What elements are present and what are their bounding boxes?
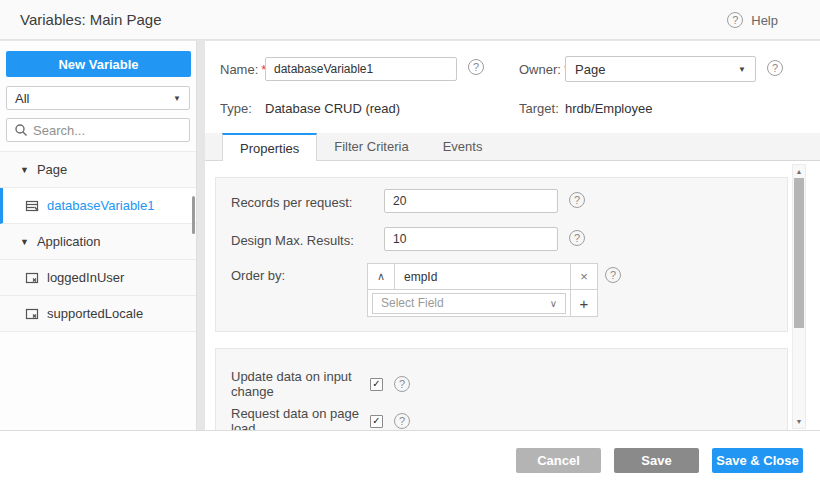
name-input[interactable]: [265, 57, 457, 81]
variables-dialog: Variables: Main Page ? Help New Variable…: [0, 0, 820, 490]
static-variable-icon: [25, 307, 39, 321]
variable-filter-select[interactable]: All ▼: [6, 86, 190, 110]
chevron-down-icon: ▼: [738, 65, 746, 74]
target-label: Target:: [519, 101, 559, 116]
remove-order-field-button[interactable]: ×: [570, 263, 598, 290]
type-value: Database CRUD (read): [265, 101, 400, 116]
type-label: Type:: [220, 101, 252, 116]
variables-sidebar: New Variable All ▼ ▼ Page: [0, 41, 197, 430]
chevron-up-icon: ∧: [377, 270, 385, 283]
tree-item-supportedLocale[interactable]: supportedLocale: [0, 296, 196, 332]
behavior-settings-group: Update data on input change ✓ ? Request …: [215, 348, 788, 430]
save-button[interactable]: Save: [614, 448, 699, 473]
tab-properties[interactable]: Properties: [222, 133, 317, 161]
owner-help-icon[interactable]: ?: [767, 60, 783, 76]
owner-label: Owner:*: [519, 62, 569, 77]
variable-detail-panel: Name:* ? Owner:* Page ▼ ? Type: Database…: [205, 41, 820, 430]
cancel-button[interactable]: Cancel: [516, 448, 601, 473]
tree-item-loggedInUser[interactable]: loggedInUser: [0, 260, 196, 296]
page-title: Variables: Main Page: [20, 0, 161, 40]
design-max-results-label: Design Max. Results:: [231, 233, 354, 248]
scrollbar-thumb[interactable]: [794, 178, 804, 328]
dialog-footer: Cancel Save Save & Close: [0, 430, 820, 490]
tree-group-page[interactable]: ▼ Page: [0, 152, 196, 188]
tree-item-databaseVariable1[interactable]: databaseVariable1: [0, 188, 196, 224]
detail-tabs: Properties Filter Criteria Events: [205, 133, 820, 161]
select-field-placeholder: Select Field: [381, 296, 444, 310]
records-per-request-label: Records per request:: [231, 195, 352, 210]
variables-tree: ▼ Page databaseVariable1 ▼ Application: [0, 151, 196, 332]
sort-ascending-toggle[interactable]: ∧: [367, 263, 395, 290]
content-scrollbar: ▲ ▼: [792, 164, 806, 429]
order-by-field-value[interactable]: empId: [394, 263, 571, 290]
tree-item-label: databaseVariable1: [47, 198, 154, 213]
help-button[interactable]: ? Help: [727, 0, 778, 40]
select-field-dropdown[interactable]: Select Field ∨: [367, 289, 571, 317]
data-settings-group: Records per request: ? Design Max. Resul…: [215, 177, 788, 332]
save-and-close-button[interactable]: Save & Close: [712, 448, 803, 473]
order-by-help-icon[interactable]: ?: [605, 267, 621, 283]
design-max-results-input[interactable]: [384, 227, 558, 251]
order-by-row: ∧ empId ×: [367, 263, 598, 290]
owner-select[interactable]: Page ▼: [565, 56, 756, 82]
update-on-input-row: Update data on input change ✓ ?: [231, 369, 410, 399]
tree-item-label: supportedLocale: [47, 306, 143, 321]
help-icon: ?: [727, 12, 743, 28]
update-on-input-help-icon[interactable]: ?: [394, 376, 410, 392]
order-by-label: Order by:: [231, 268, 285, 283]
records-per-request-help-icon[interactable]: ?: [569, 192, 585, 208]
order-by-add-row: Select Field ∨ +: [367, 289, 598, 317]
request-on-load-checkbox[interactable]: ✓: [370, 415, 383, 428]
name-label: Name:*: [220, 62, 266, 77]
properties-tab-content: Records per request: ? Design Max. Resul…: [205, 162, 820, 430]
search-icon: [14, 123, 28, 137]
update-on-input-label: Update data on input change: [231, 369, 370, 399]
static-variable-icon: [25, 271, 39, 285]
variable-filter-value: All: [15, 91, 29, 106]
tab-filter-criteria[interactable]: Filter Criteria: [317, 133, 425, 160]
database-variable-icon: [25, 199, 39, 213]
chevron-down-icon: ▼: [173, 94, 181, 103]
tree-group-label: Page: [37, 162, 67, 177]
request-on-load-help-icon[interactable]: ?: [394, 413, 410, 429]
tree-group-label: Application: [37, 234, 101, 249]
chevron-down-icon: ∨: [550, 298, 557, 309]
add-order-field-button[interactable]: +: [570, 289, 598, 317]
owner-value: Page: [575, 62, 605, 77]
target-value: hrdb/Employee: [565, 101, 652, 116]
tab-events[interactable]: Events: [426, 133, 500, 160]
close-icon: ×: [580, 269, 588, 284]
tree-group-application[interactable]: ▼ Application: [0, 224, 196, 260]
variable-search[interactable]: [6, 118, 190, 142]
update-on-input-checkbox[interactable]: ✓: [370, 378, 383, 391]
request-on-load-row: Request data on page load ✓ ?: [231, 406, 410, 430]
name-help-icon[interactable]: ?: [468, 59, 484, 75]
caret-down-icon: ▼: [20, 237, 29, 247]
records-per-request-input[interactable]: [384, 189, 558, 213]
caret-down-icon: ▼: [20, 165, 29, 175]
sidebar-scrollbar-thumb[interactable]: [192, 196, 195, 234]
plus-icon: +: [580, 295, 589, 312]
scroll-up-icon[interactable]: ▲: [793, 168, 805, 175]
help-label: Help: [751, 13, 778, 28]
scroll-down-icon[interactable]: ▼: [793, 418, 805, 425]
new-variable-button[interactable]: New Variable: [6, 51, 191, 77]
dialog-header: Variables: Main Page ? Help: [0, 0, 820, 40]
search-input[interactable]: [33, 123, 197, 138]
design-max-results-help-icon[interactable]: ?: [569, 230, 585, 246]
variable-summary-form: Name:* ? Owner:* Page ▼ ? Type: Database…: [205, 41, 820, 133]
request-on-load-label: Request data on page load: [231, 406, 370, 430]
tree-item-label: loggedInUser: [47, 270, 124, 285]
